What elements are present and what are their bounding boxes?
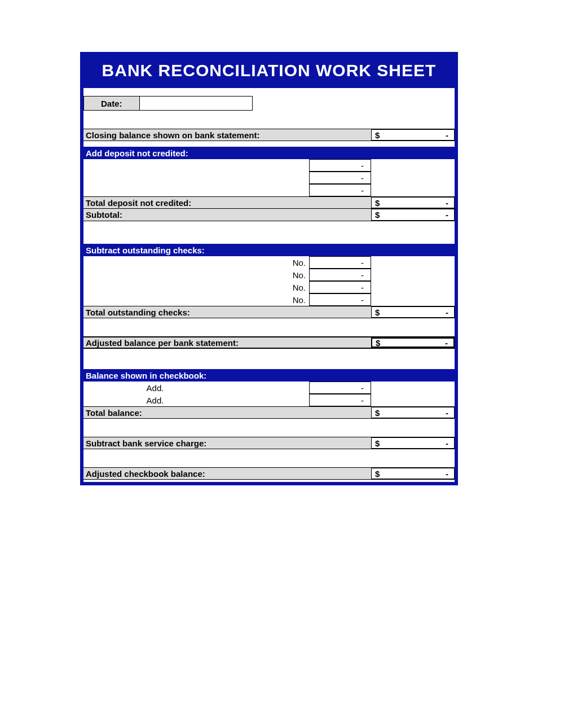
checks-total-row: Total outstanding checks: $ - bbox=[83, 306, 455, 318]
adjusted-bank-row: Adjusted balance per bank statement: $ - bbox=[83, 336, 455, 349]
service-charge-amount[interactable]: $ - bbox=[371, 437, 455, 449]
checks-header: Subtract outstanding checks: bbox=[83, 244, 455, 256]
deposit-amount-1[interactable]: - bbox=[309, 159, 371, 172]
service-charge-row: Subtract bank service charge: $ - bbox=[83, 437, 455, 449]
adjusted-checkbook-row: Adjusted checkbook balance: $ - bbox=[83, 467, 455, 480]
adjusted-bank-amount[interactable]: $ - bbox=[371, 337, 455, 348]
deposit-line: - bbox=[83, 172, 455, 184]
closing-balance-label: Closing balance shown on bank statement: bbox=[83, 129, 309, 141]
date-row: Date: bbox=[83, 96, 455, 111]
deposit-amount-3[interactable]: - bbox=[309, 184, 371, 196]
date-label: Date: bbox=[83, 96, 140, 111]
checkbook-total-row: Total balance: $ - bbox=[83, 406, 455, 419]
worksheet-title: BANK RECONCILIATION WORK SHEET bbox=[83, 55, 455, 88]
deposit-amount-2[interactable]: - bbox=[309, 172, 371, 184]
check-line: No. - bbox=[83, 281, 455, 293]
check-amount-1[interactable]: - bbox=[309, 256, 371, 269]
check-amount-3[interactable]: - bbox=[309, 281, 371, 293]
subtotal-amount[interactable]: $ - bbox=[371, 209, 455, 221]
worksheet-frame: BANK RECONCILIATION WORK SHEET Date: Clo… bbox=[80, 52, 458, 485]
check-line: No. - bbox=[83, 293, 455, 306]
adjusted-checkbook-amount[interactable]: $ - bbox=[371, 468, 455, 479]
checkbook-line: Add. - bbox=[83, 394, 455, 406]
subtotal-row: Subtotal: $ - bbox=[83, 209, 455, 221]
checkbook-header: Balance shown in checkbook: bbox=[83, 369, 455, 381]
deposits-total-amount[interactable]: $ - bbox=[371, 197, 455, 208]
checks-total-amount[interactable]: $ - bbox=[371, 306, 455, 318]
checkbook-amount-1[interactable]: - bbox=[309, 381, 371, 394]
check-amount-2[interactable]: - bbox=[309, 269, 371, 281]
check-amount-4[interactable]: - bbox=[309, 293, 371, 306]
closing-balance-row: Closing balance shown on bank statement:… bbox=[83, 129, 455, 141]
checkbook-amount-2[interactable]: - bbox=[309, 394, 371, 406]
date-input[interactable] bbox=[140, 96, 253, 111]
deposit-line: - bbox=[83, 184, 455, 196]
checkbook-total-amount[interactable]: $ - bbox=[371, 407, 455, 418]
check-prefix: No. bbox=[86, 258, 309, 267]
checkbook-line: Add. - bbox=[83, 381, 455, 394]
closing-balance-amount[interactable]: $ - bbox=[371, 129, 455, 141]
check-line: No. - bbox=[83, 256, 455, 269]
deposits-header: Add deposit not credited: bbox=[83, 147, 455, 159]
check-line: No. - bbox=[83, 269, 455, 281]
checkbook-prefix: Add. bbox=[86, 383, 309, 393]
deposits-total-row: Total deposit not credited: $ - bbox=[83, 196, 455, 209]
deposit-line: - bbox=[83, 159, 455, 172]
